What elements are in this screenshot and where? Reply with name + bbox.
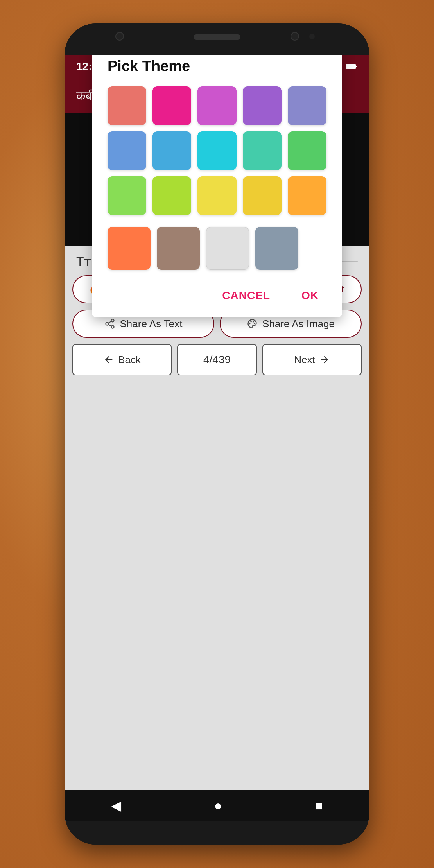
color-swatch-amber[interactable] [243,176,282,215]
color-swatch-green[interactable] [288,131,326,170]
cancel-button[interactable]: CANCEL [214,285,278,306]
battery-icon [345,61,358,72]
color-swatch-violet[interactable] [243,86,282,125]
ok-button[interactable]: OK [294,285,326,306]
color-swatch-brown[interactable] [157,227,200,270]
phone-top-decoration [65,23,369,55]
share-text-icon [104,318,115,329]
back-arrow-icon [103,354,114,365]
color-swatch-cyan[interactable] [197,131,236,170]
phone-frame: 12:32 P SD [65,23,369,845]
system-back-icon[interactable]: ◀ [111,798,121,813]
color-swatch-lavender[interactable] [288,86,326,125]
color-swatch-skyblue[interactable] [152,131,191,170]
svg-rect-11 [355,66,357,67]
color-swatch-teal[interactable] [243,131,282,170]
dialog-buttons: CANCEL OK [108,282,326,306]
front-camera [115,32,124,41]
svg-point-20 [254,323,256,325]
content-area: जिन खोजा तिन पाइया, गहरे पानी पैठ, मैं ब… [65,113,369,246]
next-label: Next [294,354,315,366]
proximity-sensor [309,34,315,39]
dialog-overlay: Pick Theme [65,113,369,246]
svg-point-13 [106,323,108,325]
color-swatch-slategray[interactable] [255,227,298,270]
color-swatch-lightgreen[interactable] [108,176,146,215]
system-home-icon[interactable]: ● [214,798,222,813]
svg-point-12 [111,319,114,322]
color-grid [108,86,326,215]
svg-point-18 [250,321,252,323]
counter-value: 4/439 [203,353,231,366]
color-swatch-yellow[interactable] [197,176,236,215]
controls-area: Tᴛ Font Size 🔥 backgroun 🎨 gradient [65,246,369,790]
share-image-icon [247,318,258,329]
svg-line-16 [108,321,111,323]
next-button[interactable]: Next [262,344,362,375]
font-size-icon: Tᴛ [76,254,91,269]
page-counter: 4/439 [177,344,257,375]
bottom-nav: ◀ ● ■ [65,790,369,821]
svg-point-19 [253,321,254,323]
color-swatch-coral[interactable] [108,227,151,270]
color-swatch-pink[interactable] [152,86,191,125]
phone-bottom-bar [65,821,369,845]
share-as-image-label: Share As Image [262,318,335,330]
color-swatch-yellowgreen[interactable] [152,176,191,215]
svg-point-14 [111,326,114,328]
back-label: Back [118,354,141,366]
svg-line-15 [108,325,111,326]
color-swatch-cornflower[interactable] [108,131,146,170]
system-recents-icon[interactable]: ■ [315,798,323,813]
sensor-dot [291,32,299,41]
color-swatch-purple[interactable] [197,86,236,125]
pick-theme-dialog: Pick Theme [92,55,342,317]
color-swatch-orange[interactable] [288,176,326,215]
color-swatch-red[interactable] [108,86,146,125]
svg-rect-10 [346,64,355,69]
next-arrow-icon [319,354,330,365]
phone-screen: 12:32 P SD [65,55,369,821]
earpiece-speaker [194,34,240,40]
color-swatch-lightgray[interactable] [206,227,249,270]
share-as-text-label: Share As Text [120,318,183,330]
color-row-4 [108,227,326,270]
navigation-row: Back 4/439 Next [72,344,362,375]
back-button[interactable]: Back [72,344,172,375]
svg-point-17 [249,323,251,325]
dialog-title: Pick Theme [108,58,326,75]
